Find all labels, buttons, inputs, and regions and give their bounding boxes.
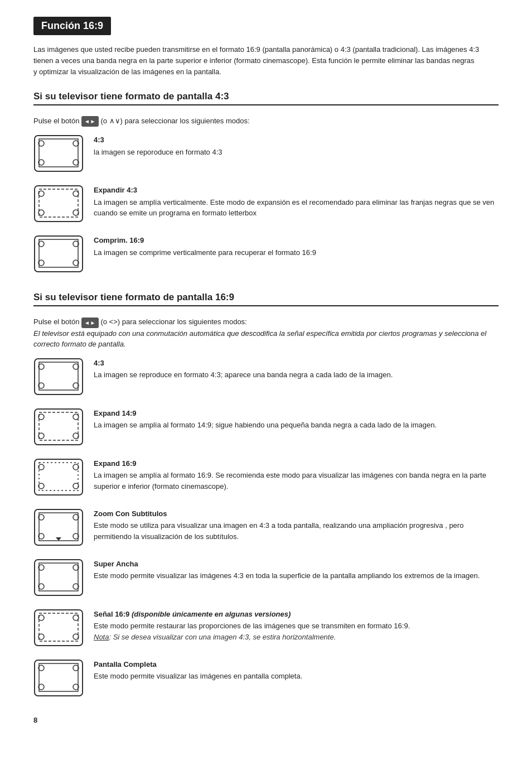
mode-title-expand-16-9: Expand 16:9 [94,458,499,469]
svg-rect-37 [39,513,78,541]
svg-rect-7 [39,189,78,217]
mode-desc-comprim-16-9: La imagen se comprime verticalmente para… [94,247,499,258]
svg-rect-19 [39,362,78,390]
mode-desc-4-3-b: La imagen se reproduce en formato 4:3; a… [94,369,499,381]
tv-icon-expandir-4-3 [33,185,84,225]
svg-point-28 [38,433,44,439]
senal-title-suffix: (disponible únicamente en algunas versio… [132,610,291,618]
section-4-3: Si su televisor tiene formato de pantall… [33,91,499,275]
svg-rect-1 [39,139,78,167]
mode-title-expandir-4-3: Expandir 4:3 [94,185,499,196]
tv-icon-4-3-a [33,134,84,175]
svg-rect-44 [39,563,78,591]
svg-rect-25 [39,412,78,440]
section2-instruction: Pulse el botón ◄► (o <>) para selecciona… [33,316,499,349]
mode-title-comprim-16-9: Comprim. 16:9 [94,235,499,246]
mode-desc-expand-14-9: La imagen se amplía al formato 14:9; sig… [94,420,499,431]
mode-title-zoom: Zoom Con Subtitulos [94,508,499,520]
nota-label: Nota [94,633,109,641]
mode-text-senal-16-9: Señal 16:9 (disponible únicamente en alg… [94,609,499,643]
mode-title-senal-16-9: Señal 16:9 (disponible únicamente en alg… [94,609,499,620]
mode-text-expandir-4-3: Expandir 4:3 La imagen se amplía vertica… [94,185,499,219]
senal-title-bold: Señal 16:9 [94,610,129,618]
senal-note: Nota: Si se desea visualizar con una ima… [94,632,499,643]
mode-text-4-3-a: 4:3 la imagen se reporoduce en formato 4… [94,134,499,157]
section2-instruction-italic: El televisor está equipado con una conmu… [33,329,486,349]
mode-desc-4-3-a: la imagen se reporoduce en formato 4:3 [94,147,499,158]
mode-text-4-3-b: 4:3 La imagen se reproduce en formato 4:… [94,358,499,381]
svg-point-10 [38,210,44,215]
svg-point-27 [73,414,79,420]
svg-point-53 [38,634,44,639]
mode-text-zoom: Zoom Con Subtitulos Este modo se utiliza… [94,508,499,542]
mode-row-4-3-b: 4:3 La imagen se reproduce en formato 4:… [33,358,499,398]
mode-desc-expand-16-9: La imagen se amplía al formato 16:9. Se … [94,470,499,492]
page-number: 8 [33,716,499,724]
mode-title-expand-14-9: Expand 14:9 [94,408,499,419]
svg-rect-50 [39,613,78,641]
tv-icon-expand-14-9 [33,408,84,448]
tv-icon-pantalla-completa [33,659,84,699]
svg-marker-42 [56,537,61,541]
tv-icon-senal-16-9 [33,609,84,649]
section1-instruction: Pulse el botón ◄► (o ∧∨) para selecciona… [33,116,499,127]
mode-title-super-ancha: Super Ancha [94,559,499,570]
mode-text-expand-14-9: Expand 14:9 La imagen se amplía al forma… [94,408,499,431]
section2-heading: Si su televisor tiene formato de pantall… [33,292,499,306]
button-symbol-2: ◄► [81,318,99,328]
mode-text-pantalla-completa: Pantalla Completa Este modo permite visu… [94,659,499,682]
mode-desc-senal-16-9: Este modo permite restaurar las proporci… [94,621,499,632]
intro-text: Las imágenes que usted recibe pueden tra… [33,44,480,78]
mode-title-4-3-a: 4:3 [94,134,499,146]
mode-text-super-ancha: Super Ancha Este modo permite visualizar… [94,559,499,581]
svg-rect-56 [39,663,78,691]
tv-icon-zoom [33,508,84,549]
tv-icon-expand-16-9 [33,458,84,498]
mode-row-super-ancha: Super Ancha Este modo permite visualizar… [33,559,499,599]
mode-desc-super-ancha: Este modo permite visualizar las imágene… [94,570,499,581]
mode-desc-zoom: Este modo se utiliza para visualizar una… [94,520,499,542]
svg-point-52 [73,615,79,621]
svg-point-9 [73,191,79,196]
mode-text-comprim-16-9: Comprim. 16:9 La imagen se comprime vert… [94,235,499,258]
svg-rect-31 [39,463,78,490]
mode-row-expand-14-9: Expand 14:9 La imagen se amplía al forma… [33,408,499,448]
mode-row-senal-16-9: Señal 16:9 (disponible únicamente en alg… [33,609,499,649]
tv-icon-4-3-b [33,358,84,398]
mode-desc-pantalla-completa: Este modo permite visualizar las imágene… [94,671,499,682]
mode-desc-expandir-4-3: La imagen se amplía verticalmente. Este … [94,197,499,219]
mode-row-comprim-16-9: Comprim. 16:9 La imagen se comprime vert… [33,235,499,275]
mode-title-4-3-b: 4:3 [94,358,499,369]
section-16-9: Si su televisor tiene formato de pantall… [33,292,499,699]
mode-row-pantalla-completa: Pantalla Completa Este modo permite visu… [33,659,499,699]
svg-rect-13 [39,239,78,267]
mode-row-expand-16-9: Expand 16:9 La imagen se amplía al forma… [33,458,499,498]
button-symbol-1: ◄► [81,116,99,127]
section1-heading: Si su televisor tiene formato de pantall… [33,91,499,105]
mode-row-4-3-a: 4:3 la imagen se reporoduce en formato 4… [33,134,499,175]
tv-icon-super-ancha [33,559,84,599]
page-title-box: Función 16:9 [33,17,111,35]
mode-text-expand-16-9: Expand 16:9 La imagen se amplía al forma… [94,458,499,492]
mode-row-expandir-4-3: Expandir 4:3 La imagen se amplía vertica… [33,185,499,225]
mode-title-pantalla-completa: Pantalla Completa [94,659,499,670]
tv-icon-comprim-16-9 [33,235,84,275]
mode-row-zoom: Zoom Con Subtitulos Este modo se utiliza… [33,508,499,549]
